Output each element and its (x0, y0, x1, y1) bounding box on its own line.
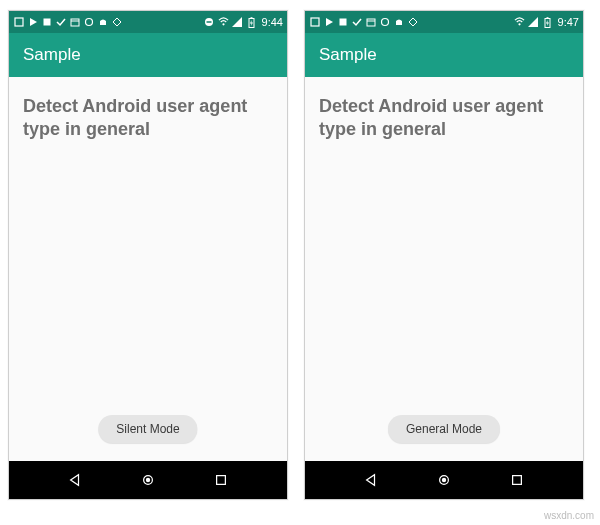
circle-icon (83, 17, 94, 28)
svg-point-25 (518, 23, 520, 25)
dnd-icon (204, 17, 215, 28)
svg-rect-28 (546, 17, 548, 19)
svg-rect-18 (311, 18, 319, 26)
svg-point-9 (222, 23, 224, 25)
content-area: Detect Android user agent type in genera… (305, 77, 583, 461)
svg-rect-20 (339, 19, 346, 26)
nav-back-button[interactable] (55, 470, 95, 490)
android-icon (97, 17, 108, 28)
calendar-icon (365, 17, 376, 28)
app-bar: Sample (9, 33, 287, 77)
status-clock: 9:44 (262, 16, 283, 28)
svg-rect-3 (71, 19, 79, 26)
notification-icon (13, 17, 24, 28)
square-icon (337, 17, 348, 28)
screenshot-pair: 9:44 Sample Detect Android user agent ty… (0, 0, 600, 510)
navigation-bar (305, 461, 583, 499)
svg-rect-0 (15, 18, 23, 26)
wifi-icon (514, 17, 525, 28)
svg-marker-30 (367, 475, 375, 486)
svg-marker-10 (232, 17, 242, 27)
status-bar: 9:44 (9, 11, 287, 33)
phone-left: 9:44 Sample Detect Android user agent ty… (8, 10, 288, 500)
play-icon (27, 17, 38, 28)
svg-marker-26 (528, 17, 538, 27)
svg-rect-2 (43, 19, 50, 26)
signal-icon (528, 17, 539, 28)
notification-icon (309, 17, 320, 28)
content-area: Detect Android user agent type in genera… (9, 77, 287, 461)
svg-rect-17 (216, 476, 225, 485)
check-icon (351, 17, 362, 28)
status-bar: 9:47 (305, 11, 583, 33)
wifi-icon (218, 17, 229, 28)
more-icon (111, 17, 122, 28)
content-heading: Detect Android user agent type in genera… (23, 95, 273, 142)
svg-marker-6 (113, 18, 121, 26)
svg-marker-24 (409, 18, 417, 26)
svg-point-23 (381, 19, 388, 26)
nav-home-button[interactable] (128, 470, 168, 490)
status-right-icons: 9:44 (204, 16, 283, 28)
svg-marker-29 (546, 20, 549, 26)
navigation-bar (9, 461, 287, 499)
nav-recents-button[interactable] (201, 470, 241, 490)
app-bar: Sample (305, 33, 583, 77)
signal-icon (232, 17, 243, 28)
svg-marker-14 (71, 475, 79, 486)
app-title: Sample (319, 45, 377, 65)
play-icon (323, 17, 334, 28)
svg-point-16 (146, 478, 150, 482)
square-icon (41, 17, 52, 28)
status-left-icons (13, 17, 122, 28)
check-icon (55, 17, 66, 28)
svg-marker-19 (326, 18, 333, 26)
circle-icon (379, 17, 390, 28)
svg-marker-1 (30, 18, 37, 26)
mode-button[interactable]: Silent Mode (98, 415, 197, 443)
app-title: Sample (23, 45, 81, 65)
nav-home-button[interactable] (424, 470, 464, 490)
status-clock: 9:47 (558, 16, 579, 28)
mode-button[interactable]: General Mode (388, 415, 500, 443)
more-icon (407, 17, 418, 28)
android-icon (393, 17, 404, 28)
content-heading: Detect Android user agent type in genera… (319, 95, 569, 142)
svg-rect-33 (512, 476, 521, 485)
svg-rect-12 (250, 17, 252, 19)
svg-rect-21 (367, 19, 375, 26)
nav-recents-button[interactable] (497, 470, 537, 490)
phone-right: 9:47 Sample Detect Android user agent ty… (304, 10, 584, 500)
svg-point-5 (85, 19, 92, 26)
watermark-text: wsxdn.com (544, 510, 594, 521)
battery-icon (246, 17, 257, 28)
svg-point-32 (442, 478, 446, 482)
calendar-icon (69, 17, 80, 28)
battery-icon (542, 17, 553, 28)
svg-marker-13 (250, 20, 253, 26)
status-right-icons: 9:47 (514, 16, 579, 28)
status-left-icons (309, 17, 418, 28)
nav-back-button[interactable] (351, 470, 391, 490)
